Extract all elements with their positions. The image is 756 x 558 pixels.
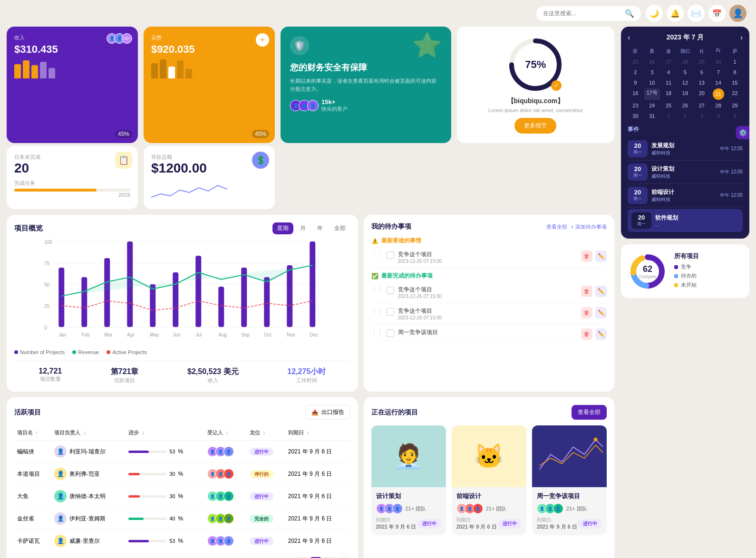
av-1-3: 👤: [223, 469, 234, 479]
detail-btn[interactable]: 更多细节: [514, 118, 556, 134]
event-sub-1: 威特科技: [651, 173, 716, 180]
col-name[interactable]: 项目名 ↑: [14, 425, 51, 441]
cal-day-9[interactable]: 9: [628, 78, 643, 87]
settings-gear-icon[interactable]: ⚙️: [736, 126, 749, 139]
cal-day-28-prev[interactable]: 28: [678, 57, 693, 67]
todo-delete-2[interactable]: 🗑: [581, 286, 592, 297]
cal-day-30[interactable]: 30: [628, 111, 643, 121]
cal-day-27-prev[interactable]: 27: [661, 57, 677, 67]
cal-day-2[interactable]: 2: [628, 67, 643, 77]
cal-day-29-prev[interactable]: 29: [694, 57, 709, 67]
cal-day-2-next[interactable]: 2: [678, 111, 693, 121]
cal-day-23[interactable]: 23: [628, 101, 643, 110]
tab-all[interactable]: 全部: [330, 222, 350, 234]
cal-day-25[interactable]: 25: [661, 101, 677, 110]
todo-check-2[interactable]: [387, 287, 394, 294]
status-badge-0: 进行中: [250, 448, 273, 456]
calendar-icon-btn[interactable]: 📅: [708, 5, 726, 22]
todo-edit-1[interactable]: ✏️: [595, 250, 607, 262]
cal-day-26-prev[interactable]: 26: [644, 57, 660, 67]
project-date-block-0: 到期日 2021 年 9 月 6 日: [376, 517, 417, 530]
cal-day-18[interactable]: 18: [661, 88, 677, 100]
cal-day-29[interactable]: 29: [727, 101, 743, 110]
add-todo-btn[interactable]: + 添加待办事项: [571, 223, 607, 231]
table-row: 卡萨诺瓦 👤 威廉·里查尔 53%: [14, 530, 350, 552]
events-section: 事件 20 周一 发展规划 威特科技 中午 12:05 20 周一: [628, 121, 743, 232]
cal-day-19[interactable]: 19: [678, 88, 693, 100]
event-weekday-3: 周一: [634, 221, 649, 227]
cal-day-24[interactable]: 24: [644, 101, 660, 110]
event-item-2: 20 周一 前端设计 威特科技 中午 12:05: [628, 184, 743, 207]
cal-day-5[interactable]: 5: [678, 67, 693, 77]
cal-day-4[interactable]: 4: [661, 67, 677, 77]
search-input[interactable]: [543, 10, 621, 17]
cal-day-22[interactable]: 22: [727, 88, 743, 100]
cal-day-5-next[interactable]: 5: [727, 111, 743, 121]
tab-week[interactable]: 星期: [272, 222, 293, 234]
project-body-2: 周一竞争该项目 👤 👤 👤 21+ 团队: [532, 487, 607, 535]
project-emoji-1: 🐱: [474, 443, 504, 470]
cal-day-3[interactable]: 3: [644, 67, 660, 77]
cal-day-3-next[interactable]: 3: [694, 111, 709, 121]
cal-day-12[interactable]: 12: [678, 78, 693, 87]
day-label-we: 我们: [678, 47, 693, 56]
cal-day-15[interactable]: 15: [727, 78, 743, 87]
tab-year[interactable]: 年: [312, 222, 328, 234]
cal-next-btn[interactable]: ›: [740, 33, 743, 42]
cal-day-1-next[interactable]: 1: [661, 111, 677, 121]
cal-day-26[interactable]: 26: [678, 101, 693, 110]
cal-day-25-prev[interactable]: 25: [628, 57, 643, 67]
cal-prev-btn[interactable]: ‹: [628, 33, 630, 42]
view-all-btn[interactable]: 查看全部: [572, 405, 607, 420]
legend-projects: Number of Projects: [14, 349, 65, 355]
row-progress-4: 53%: [126, 530, 204, 552]
col-owner[interactable]: 项目负责人 ↕: [51, 425, 126, 441]
star-decoration: ⭐: [412, 31, 442, 59]
security-stats: 15k+ 快乐的客户: [321, 98, 348, 113]
view-all-todo-btn[interactable]: 查看全部: [546, 223, 567, 231]
stat-active-value: 第721章: [111, 367, 139, 377]
todo-edit-2[interactable]: ✏️: [595, 286, 607, 297]
col-status[interactable]: 龙位 ↕: [247, 425, 285, 441]
cal-day-11[interactable]: 11: [661, 78, 677, 87]
cal-day-27[interactable]: 27: [694, 101, 709, 110]
search-box[interactable]: 🔍: [536, 6, 641, 21]
cal-day-1[interactable]: 1: [727, 57, 743, 67]
todo-delete-4[interactable]: 🗑: [581, 328, 592, 340]
export-icon: 📤: [311, 409, 319, 416]
spacer-1: [281, 146, 451, 209]
cal-day-30-prev[interactable]: 30: [710, 57, 726, 67]
cal-day-14[interactable]: 14: [710, 78, 726, 87]
cal-day-10[interactable]: 10: [644, 78, 660, 87]
cal-day-4-next[interactable]: 4: [710, 111, 726, 121]
moon-icon-btn[interactable]: 🌙: [646, 5, 663, 22]
cal-day-16[interactable]: 16: [628, 88, 643, 100]
todo-check-4[interactable]: [387, 329, 394, 337]
tab-month[interactable]: 月: [295, 222, 310, 234]
cal-day-31[interactable]: 31: [644, 111, 660, 121]
cal-day-7[interactable]: 7: [710, 67, 726, 77]
svg-text:75: 75: [44, 261, 50, 266]
todo-check-1[interactable]: [387, 251, 394, 259]
cal-day-13[interactable]: 13: [694, 78, 709, 87]
cal-day-6[interactable]: 6: [694, 67, 709, 77]
cal-day-21-today[interactable]: 21: [713, 88, 724, 100]
col-assignee[interactable]: 受让人 ↕: [204, 425, 247, 441]
notification-icon-btn[interactable]: 🔔: [667, 5, 684, 22]
col-due[interactable]: 到期日 ↕: [285, 425, 350, 441]
donut-center: 62 Compete: [639, 264, 657, 279]
todo-check-3[interactable]: [387, 308, 394, 316]
cal-day-17[interactable]: 17号: [644, 88, 660, 100]
mail-icon-btn[interactable]: ✉️: [688, 5, 705, 22]
cal-day-28[interactable]: 28: [710, 101, 726, 110]
todo-delete-3[interactable]: 🗑: [581, 307, 592, 318]
col-progress[interactable]: 进步 ↕: [126, 425, 204, 441]
cal-day-8[interactable]: 8: [727, 67, 743, 77]
events-title: 事件: [628, 125, 743, 134]
todo-edit-3[interactable]: ✏️: [595, 307, 607, 318]
todo-edit-4[interactable]: ✏️: [595, 328, 607, 340]
user-avatar-btn[interactable]: 👤: [729, 5, 746, 22]
todo-delete-1[interactable]: 🗑: [581, 250, 592, 262]
export-btn[interactable]: 📤 出口报告: [305, 405, 350, 420]
cal-day-20[interactable]: 20: [694, 88, 709, 100]
